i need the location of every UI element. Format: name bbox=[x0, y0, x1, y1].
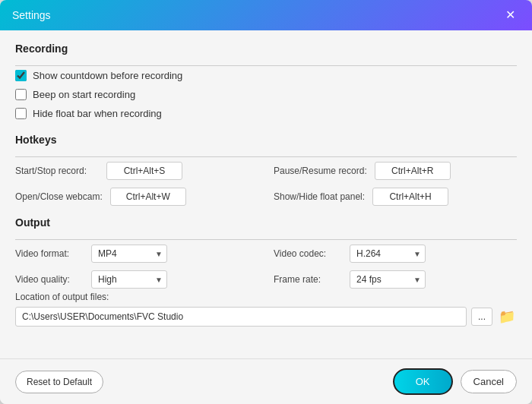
beep-on-start-label: Beep on start recording bbox=[33, 89, 135, 100]
settings-dialog: Settings ✕ Recording Show countdown befo… bbox=[0, 0, 532, 404]
hotkey-row-pause-resume: Pause/Resume record: bbox=[274, 162, 517, 180]
open-webcam-input[interactable] bbox=[110, 188, 186, 206]
start-stop-input[interactable] bbox=[106, 162, 182, 180]
reset-to-default-button[interactable]: Reset to Default bbox=[15, 371, 103, 393]
video-format-wrapper: MP4 AVI MOV MKV ▼ bbox=[91, 245, 167, 263]
location-label: Location of output files: bbox=[15, 292, 517, 302]
output-grid: Video format: MP4 AVI MOV MKV ▼ Video co… bbox=[15, 245, 517, 289]
video-codec-wrapper: H.264 H.265 VP9 ▼ bbox=[350, 245, 426, 263]
video-quality-select[interactable]: Low Medium High Lossless bbox=[91, 270, 167, 289]
show-countdown-checkbox[interactable] bbox=[15, 70, 27, 81]
close-button[interactable]: ✕ bbox=[501, 8, 520, 23]
output-divider bbox=[15, 239, 517, 240]
checkbox-row-hide-float: Hide float bar when recording bbox=[15, 104, 517, 123]
video-quality-row: Video quality: Low Medium High Lossless … bbox=[15, 270, 258, 289]
start-stop-label: Start/Stop record: bbox=[15, 166, 99, 176]
output-header: Output bbox=[15, 216, 517, 235]
location-input[interactable] bbox=[15, 307, 467, 327]
hotkeys-section: Hotkeys Start/Stop record: Pause/Resume … bbox=[15, 134, 517, 206]
frame-rate-label: Frame rate: bbox=[274, 274, 342, 285]
hide-float-bar-checkbox[interactable] bbox=[15, 108, 27, 119]
show-hide-float-input[interactable] bbox=[372, 188, 448, 206]
location-input-row: ... 📁 bbox=[15, 307, 517, 327]
open-folder-button[interactable]: 📁 bbox=[497, 307, 517, 327]
hotkey-row-show-hide-float: Show/Hide float panel: bbox=[274, 188, 517, 206]
video-format-row: Video format: MP4 AVI MOV MKV ▼ bbox=[15, 245, 258, 263]
frame-rate-select[interactable]: 15 fps 24 fps 30 fps 60 fps bbox=[350, 270, 426, 289]
frame-rate-wrapper: 15 fps 24 fps 30 fps 60 fps ▼ bbox=[350, 270, 426, 289]
pause-resume-label: Pause/Resume record: bbox=[274, 166, 367, 176]
recording-header: Recording bbox=[15, 43, 517, 61]
frame-rate-row: Frame rate: 15 fps 24 fps 30 fps 60 fps … bbox=[274, 270, 517, 289]
video-codec-label: Video codec: bbox=[274, 248, 342, 259]
ok-button[interactable]: OK bbox=[393, 368, 453, 395]
hotkey-row-open-webcam: Open/Close webcam: bbox=[15, 188, 258, 206]
hotkeys-grid: Start/Stop record: Pause/Resume record: … bbox=[15, 162, 517, 206]
hotkeys-divider bbox=[15, 156, 517, 157]
video-quality-label: Video quality: bbox=[15, 274, 84, 285]
hotkeys-title: Hotkeys bbox=[15, 134, 56, 146]
video-format-select[interactable]: MP4 AVI MOV MKV bbox=[91, 245, 167, 263]
beep-on-start-checkbox[interactable] bbox=[15, 89, 27, 100]
browse-dots-button[interactable]: ... bbox=[471, 308, 492, 326]
cancel-button[interactable]: Cancel bbox=[461, 370, 517, 393]
checkbox-row-show-countdown: Show countdown before recording bbox=[15, 66, 517, 85]
location-row: Location of output files: ... 📁 bbox=[15, 292, 517, 327]
hotkey-row-start-stop: Start/Stop record: bbox=[15, 162, 258, 180]
hotkeys-header: Hotkeys bbox=[15, 134, 517, 152]
video-format-label: Video format: bbox=[15, 248, 84, 259]
recording-title: Recording bbox=[15, 43, 68, 55]
hide-float-bar-label: Hide float bar when recording bbox=[33, 108, 162, 119]
output-section: Output Video format: MP4 AVI MOV MKV ▼ bbox=[15, 216, 517, 327]
pause-resume-input[interactable] bbox=[375, 162, 451, 180]
dialog-title: Settings bbox=[12, 9, 51, 21]
open-webcam-label: Open/Close webcam: bbox=[15, 191, 103, 202]
output-title: Output bbox=[15, 216, 50, 229]
show-hide-float-label: Show/Hide float panel: bbox=[274, 191, 365, 202]
show-countdown-label: Show countdown before recording bbox=[33, 70, 182, 81]
recording-section: Recording Show countdown before recordin… bbox=[15, 43, 517, 123]
title-bar: Settings ✕ bbox=[0, 0, 532, 30]
footer-right: OK Cancel bbox=[393, 368, 517, 395]
video-codec-select[interactable]: H.264 H.265 VP9 bbox=[350, 245, 426, 263]
dialog-footer: Reset to Default OK Cancel bbox=[0, 358, 532, 404]
dialog-content: Recording Show countdown before recordin… bbox=[0, 30, 532, 358]
checkbox-row-beep: Beep on start recording bbox=[15, 85, 517, 104]
video-codec-row: Video codec: H.264 H.265 VP9 ▼ bbox=[274, 245, 517, 263]
video-quality-wrapper: Low Medium High Lossless ▼ bbox=[91, 270, 167, 289]
